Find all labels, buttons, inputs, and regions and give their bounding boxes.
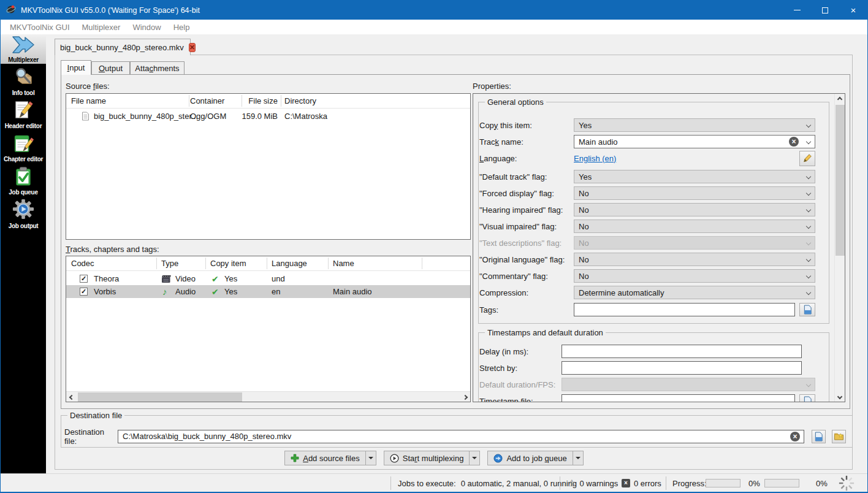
forced-display-select[interactable]: No [574, 186, 815, 200]
sidebar-item-info-tool[interactable]: Info tool [1, 64, 46, 97]
browse-destination-button[interactable] [812, 430, 826, 443]
sidebar-item-job-queue[interactable]: Job queue [1, 163, 46, 196]
column-header-copy-item[interactable]: Copy item [210, 256, 246, 270]
chevron-down-icon [806, 382, 811, 387]
vertical-scrollbar[interactable] [834, 94, 845, 402]
sidebar-item-job-output[interactable]: Job output [1, 196, 46, 229]
visual-impaired-label: "Visual impaired" flag: [479, 222, 574, 231]
edit-language-button[interactable] [799, 151, 815, 166]
scrollbar-thumb[interactable] [836, 105, 845, 256]
column-header-container[interactable]: Container [190, 94, 224, 108]
prop-row-hearing-impaired: "Hearing impaired" flag: No [479, 203, 815, 216]
column-header-file-size[interactable]: File size [243, 94, 278, 108]
stretch-by-input[interactable] [562, 361, 802, 375]
browse-timestamp-button[interactable] [799, 394, 815, 402]
sidebar-item-multiplexer[interactable]: Multiplexer [1, 34, 46, 64]
timestamp-file-input[interactable] [562, 394, 795, 402]
close-button[interactable]: × [839, 1, 867, 20]
track-row-audio[interactable]: ✓ Vorbis ♪ Audio ✔ Yes en Main audio [66, 285, 470, 298]
compression-select[interactable]: Determine automatically [574, 286, 815, 299]
chevron-down-icon [806, 224, 811, 229]
start-multiplexing-button[interactable]: Start multiplexing [384, 451, 481, 465]
sidebar-item-header-editor[interactable]: Header editor [1, 97, 46, 130]
source-files-label: Source files: [66, 82, 110, 91]
file-browse-icon [814, 432, 823, 441]
track-row-video[interactable]: ✓ Theora Video ✔ Yes und [66, 272, 470, 285]
tracks-table[interactable]: Codec Type Copy item Language Name ✓ The… [66, 256, 471, 402]
column-header-codec[interactable]: Codec [71, 256, 94, 270]
start-multiplexing-menu-arrow[interactable] [469, 451, 479, 465]
new-folder-button[interactable] [832, 430, 846, 443]
chevron-down-icon [806, 207, 811, 212]
track-language: en [272, 285, 280, 298]
column-header-language[interactable]: Language [272, 256, 307, 270]
menu-window[interactable]: Window [126, 20, 167, 34]
errors-status[interactable]: × 0 errors [622, 474, 661, 492]
statusbar-divider [666, 476, 666, 490]
column-header-file-name[interactable]: File name [71, 94, 106, 108]
add-to-job-queue-button[interactable]: Add to job queue [487, 451, 583, 465]
track-name-label: Track name: [479, 137, 574, 147]
menubar: MKVToolNix GUI Multiplexer Window Help [1, 20, 867, 34]
default-duration-label: Default duration/FPS: [479, 380, 562, 389]
scroll-down-icon[interactable] [834, 391, 845, 402]
browse-tags-button[interactable] [799, 303, 815, 316]
minimize-button[interactable] [783, 1, 811, 20]
tab-input[interactable]: Input [61, 60, 91, 75]
maximize-button[interactable] [811, 1, 839, 20]
language-link[interactable]: English (en) [574, 154, 616, 163]
column-divider [281, 95, 281, 107]
text-descriptions-select: No [574, 236, 815, 250]
delay-input[interactable] [562, 345, 802, 358]
scrollbar-thumb[interactable] [78, 392, 242, 402]
tab-attachments[interactable]: Attachments [130, 61, 185, 75]
source-file-size: 159.0 MiB [230, 110, 278, 123]
horizontal-scrollbar[interactable] [66, 391, 470, 402]
scroll-left-icon[interactable] [66, 392, 77, 402]
progress-bar-total [764, 474, 799, 492]
document-tab-close-icon[interactable]: ✕ [189, 43, 196, 52]
jobs-status: Jobs to execute: 0 automatic, 2 manual, … [398, 474, 577, 492]
sidebar-item-chapter-editor[interactable]: Chapter editor [1, 130, 46, 163]
add-to-job-queue-menu-arrow[interactable] [573, 451, 583, 465]
progress-bar-current [706, 474, 740, 492]
hearing-impaired-select[interactable]: No [574, 203, 815, 216]
add-source-files-menu-arrow[interactable] [365, 451, 376, 465]
copy-this-item-select[interactable]: Yes [574, 118, 815, 132]
minimize-icon [794, 10, 801, 10]
track-name-input[interactable]: Main audio× [574, 135, 815, 148]
menu-mkvtoolnix-gui[interactable]: MKVToolNix GUI [4, 20, 76, 34]
track-enabled-checkbox[interactable]: ✓ [80, 285, 88, 298]
clear-icon[interactable]: × [790, 432, 800, 441]
menu-help[interactable]: Help [167, 20, 196, 34]
original-language-select[interactable]: No [574, 253, 815, 266]
app-window: MKVToolNix GUI v55.0.0 ('Waiting For Spa… [0, 0, 868, 493]
track-language: und [272, 272, 285, 285]
commentary-select[interactable]: No [574, 269, 815, 283]
file-icon [82, 110, 89, 123]
column-header-directory[interactable]: Directory [284, 94, 316, 108]
warnings-status[interactable]: ⚠ 0 warnings [568, 474, 618, 492]
default-track-select[interactable]: Yes [574, 170, 815, 183]
scroll-right-icon[interactable] [460, 392, 470, 402]
prop-row-commentary: "Commentary" flag: No [479, 269, 815, 283]
menu-multiplexer[interactable]: Multiplexer [76, 20, 127, 34]
scroll-up-icon[interactable] [834, 94, 845, 104]
queue-arrow-icon [493, 454, 503, 463]
track-enabled-checkbox[interactable]: ✓ [80, 272, 88, 285]
visual-impaired-select[interactable]: No [574, 220, 815, 233]
document-tab[interactable]: big_buck_bunny_480p_stereo.mkv ✕ [55, 39, 191, 55]
clear-icon[interactable]: × [789, 137, 799, 147]
forced-display-label: "Forced display" flag: [479, 189, 574, 198]
add-source-files-button[interactable]: Add source files [284, 451, 376, 465]
tab-output[interactable]: Output [91, 61, 130, 75]
destination-file-input[interactable]: C:\Matroska\big_buck_bunny_480p_stereo.m… [118, 430, 804, 443]
tags-input[interactable] [574, 303, 795, 316]
source-files-table[interactable]: File name Container File size Directory … [66, 93, 471, 240]
source-file-row[interactable]: big_buck_bunny_480p_ster... Ogg/OGM 159.… [66, 110, 470, 123]
warning-icon: ⚠ [568, 478, 576, 489]
column-header-name[interactable]: Name [333, 256, 354, 270]
column-header-type[interactable]: Type [161, 256, 178, 270]
chevron-down-icon [806, 191, 811, 196]
source-file-container: Ogg/OGM [190, 110, 226, 123]
